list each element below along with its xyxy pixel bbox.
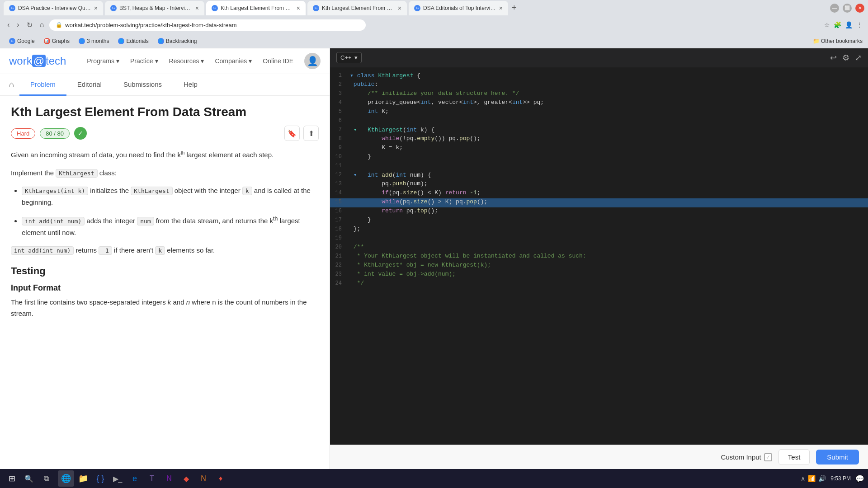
nav-companies[interactable]: Companies ▾ bbox=[215, 57, 252, 65]
system-clock[interactable]: 9:53 PM bbox=[830, 475, 851, 482]
minimize-button[interactable]: — bbox=[830, 4, 839, 13]
logo-at: @ bbox=[32, 55, 46, 67]
task-view-button[interactable]: ⧉ bbox=[38, 470, 54, 487]
code-editor-panel: C++ ▾ ↩ ⚙ ⤢ 1 ▾ class KthLargest { 2 pub… bbox=[330, 48, 868, 469]
bookmark-editorials[interactable]: 🌐 Editorials bbox=[114, 37, 152, 45]
custom-input-checkbox[interactable]: ✓ bbox=[764, 453, 772, 461]
bullet-item-2: int add(int num) adds the integer num fr… bbox=[22, 214, 319, 238]
taskbar-teams[interactable]: T bbox=[144, 470, 160, 487]
close-button[interactable]: ✕ bbox=[855, 4, 864, 13]
language-label: C++ bbox=[340, 54, 352, 61]
test-button[interactable]: Test bbox=[778, 449, 810, 465]
home-browser-button[interactable]: ⌂ bbox=[38, 19, 46, 31]
nav-programs[interactable]: Programs ▾ bbox=[87, 57, 119, 65]
home-tab-icon[interactable]: ⌂ bbox=[9, 75, 19, 95]
tab-submissions[interactable]: Submissions bbox=[113, 74, 173, 96]
editor-actions: ↩ ⚙ ⤢ bbox=[830, 53, 862, 63]
editor-bottom-bar: Custom Input ✓ Test Submit bbox=[330, 445, 868, 469]
logo-work: work bbox=[9, 55, 32, 67]
bookmark-button[interactable]: 🔖 bbox=[284, 126, 300, 141]
undo-button[interactable]: ↩ bbox=[830, 53, 837, 63]
tab-favicon-5: G bbox=[414, 5, 420, 11]
custom-input-container: Custom Input ✓ bbox=[721, 453, 772, 461]
profile-button[interactable]: 👤 bbox=[845, 21, 853, 28]
tab-close-4[interactable]: × bbox=[398, 5, 401, 12]
nav-practice-label: Practice bbox=[130, 57, 153, 65]
maximize-button[interactable]: ⬜ bbox=[843, 4, 852, 13]
search-taskbar-button[interactable]: 🔍 bbox=[21, 470, 37, 487]
forward-button[interactable]: › bbox=[15, 19, 21, 31]
user-avatar[interactable]: 👤 bbox=[304, 53, 321, 69]
tab-problem[interactable]: Problem bbox=[19, 74, 66, 96]
tab-title-1: DSA Practice - Interview Questio... bbox=[18, 5, 91, 11]
menu-button[interactable]: ⋮ bbox=[856, 21, 863, 28]
bookmark-google[interactable]: G Google bbox=[5, 37, 38, 45]
browser-chrome: G DSA Practice - Interview Questio... × … bbox=[0, 0, 868, 16]
language-selector[interactable]: C++ ▾ bbox=[336, 52, 362, 63]
taskbar-app10[interactable]: ♦ bbox=[212, 470, 229, 487]
tab-favicon-2: G bbox=[110, 5, 117, 11]
tab-help-label: Help bbox=[184, 80, 198, 88]
bookmark-page-button[interactable]: ☆ bbox=[824, 21, 830, 28]
nav-practice[interactable]: Practice ▾ bbox=[130, 57, 158, 65]
note-code1: int add(int num) bbox=[11, 246, 74, 255]
page-tabs: ⌂ Problem Editorial Submissions Help bbox=[0, 74, 330, 96]
bookmarks-bar: G Google 📊 Graphs 🌐 3 months 🌐 Editorial… bbox=[0, 34, 868, 48]
browser-tab-2[interactable]: G BST, Heaps & Map - Interview Q... × bbox=[105, 1, 204, 15]
taskbar-edge[interactable]: e bbox=[127, 470, 143, 487]
tab-help[interactable]: Help bbox=[173, 74, 208, 96]
avatar-icon: 👤 bbox=[307, 56, 318, 66]
browser-tab-3[interactable]: G Kth Largest Element From Data S... × bbox=[206, 1, 306, 15]
nav-online-ide[interactable]: Online IDE bbox=[263, 57, 293, 65]
fullscreen-button[interactable]: ⤢ bbox=[855, 53, 862, 63]
volume-icon: 🔊 bbox=[818, 475, 826, 482]
taskbar-app9[interactable]: N bbox=[195, 470, 212, 487]
tab-close-1[interactable]: × bbox=[94, 5, 98, 12]
browser-tab-5[interactable]: G DSA Editorials of Top Interview Q... × bbox=[409, 1, 508, 15]
submit-button[interactable]: Submit bbox=[816, 450, 859, 465]
nav-resources[interactable]: Resources ▾ bbox=[169, 57, 204, 65]
back-button[interactable]: ‹ bbox=[5, 19, 11, 31]
bookmark-graphs[interactable]: 📊 Graphs bbox=[40, 37, 73, 45]
code-line-16: 16 return pq.top(); bbox=[330, 207, 868, 216]
testing-section-title: Testing bbox=[11, 265, 319, 277]
taskbar-explorer[interactable]: 📁 bbox=[75, 470, 91, 487]
notification-icon[interactable]: 💬 bbox=[855, 474, 864, 483]
tab-close-3[interactable]: × bbox=[297, 5, 300, 12]
bullet2-code2: num bbox=[137, 217, 154, 225]
tab-close-5[interactable]: × bbox=[499, 5, 503, 12]
problem-content: Kth Largest Element From Data Stream Har… bbox=[0, 96, 330, 469]
taskbar-onenote[interactable]: N bbox=[161, 470, 177, 487]
taskbar-terminal[interactable]: ▶_ bbox=[109, 470, 126, 487]
bookmark-editorials-icon: 🌐 bbox=[118, 38, 124, 44]
other-bookmarks[interactable]: 📁 Other bookmarks bbox=[813, 38, 863, 44]
taskbar-chrome[interactable]: 🌐 bbox=[58, 470, 74, 487]
address-bar[interactable]: 🔒 workat.tech/problem-solving/practice/k… bbox=[49, 19, 366, 31]
tab-title-5: DSA Editorials of Top Interview Q... bbox=[423, 5, 496, 11]
code-line-13: 13 pq.push(num); bbox=[330, 180, 868, 189]
tab-favicon-1: G bbox=[9, 5, 15, 11]
checkbox-check: ✓ bbox=[766, 454, 770, 460]
browser-tab-4[interactable]: G Kth Largest Element From Data S... × bbox=[307, 1, 407, 15]
difficulty-badge: Hard bbox=[11, 128, 35, 139]
bookmark-backtracking[interactable]: 🌐 Backtracking bbox=[154, 37, 201, 45]
settings-button[interactable]: ⚙ bbox=[842, 53, 849, 63]
browser-tab-1[interactable]: G DSA Practice - Interview Questio... × bbox=[4, 1, 103, 15]
language-chevron: ▾ bbox=[354, 54, 358, 61]
site-header: work@tech Programs ▾ Practice ▾ Resource… bbox=[0, 48, 330, 74]
taskbar-vscode[interactable]: { } bbox=[92, 470, 108, 487]
code-line-6: 6 bbox=[330, 117, 868, 126]
tab-editorial[interactable]: Editorial bbox=[66, 74, 113, 96]
share-button[interactable]: ⬆ bbox=[303, 126, 319, 141]
new-tab-button[interactable]: + bbox=[510, 1, 519, 14]
code-editor[interactable]: 1 ▾ class KthLargest { 2 public: 3 /** i… bbox=[330, 67, 868, 445]
problem-note: int add(int num) returns -1 if there are… bbox=[11, 244, 319, 256]
check-badge: ✓ bbox=[74, 127, 87, 140]
taskbar-app8[interactable]: ◆ bbox=[178, 470, 194, 487]
refresh-button[interactable]: ↻ bbox=[25, 19, 34, 31]
bookmark-3months[interactable]: 🌐 3 months bbox=[75, 37, 113, 45]
extensions-button[interactable]: 🧩 bbox=[834, 21, 841, 28]
tab-close-2[interactable]: × bbox=[195, 5, 199, 12]
code-line-4: 4 priority_queue<int, vector<int>, great… bbox=[330, 99, 868, 108]
start-button[interactable]: ⊞ bbox=[4, 470, 20, 487]
